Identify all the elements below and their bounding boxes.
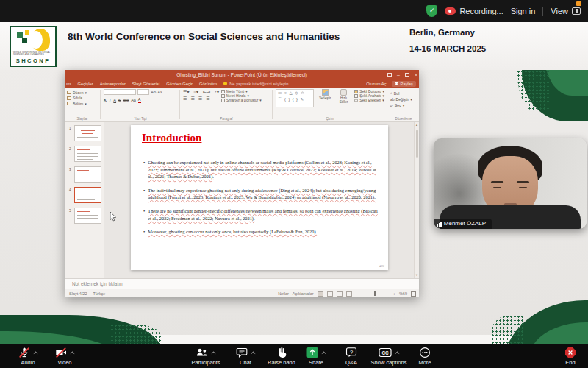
find-button[interactable]: ⌕Bul	[390, 91, 417, 96]
reading-view-icon[interactable]	[337, 291, 343, 297]
audio-button[interactable]: Audio	[9, 346, 47, 366]
zoom-slider[interactable]	[362, 294, 390, 294]
thumbnail-content	[77, 197, 98, 197]
bold-button[interactable]: K	[104, 98, 107, 102]
shrink-font-icon[interactable]: A˅	[158, 90, 162, 94]
raise-hand-label: Raise hand	[268, 359, 295, 366]
align-text-label: Metni Hizala	[226, 94, 245, 98]
line-spacing-button[interactable]: ↕▾	[215, 89, 219, 94]
thumbnail-slide-2[interactable]: 2	[74, 146, 101, 162]
shape-fill-button[interactable]: Şekil Dolgusu ▾	[354, 90, 384, 93]
scroll-up-icon[interactable]: ▲	[415, 122, 419, 128]
slide-canvas[interactable]: Introduction •Ghosting can be experience…	[131, 125, 388, 270]
slide-sorter-icon[interactable]	[327, 291, 333, 297]
share-caret[interactable]	[321, 351, 326, 355]
underline-button[interactable]: A	[113, 98, 116, 102]
paragraph-group: ☰▾ ≡▾ ⇤⇥ ↕▾ ☰ ☰ ☰ ☰ Metin Yönü ▾ Metni H…	[183, 89, 270, 116]
zoom-slider-thumb[interactable]	[374, 291, 376, 296]
end-button[interactable]: End	[555, 346, 586, 366]
recording-cloud-icon	[445, 7, 456, 15]
bullets-button[interactable]: ☰▾	[183, 89, 189, 94]
thumbnail-slide-4-selected[interactable]: 4	[74, 187, 101, 203]
shapes-row-1: ▭ ○ △ ◇ ☆	[278, 90, 312, 96]
comments-toggle[interactable]: Açıklamalar	[293, 291, 314, 296]
fit-to-window-icon[interactable]	[411, 291, 416, 297]
zoom-in-icon[interactable]: +	[393, 291, 395, 296]
sign-in-button[interactable]: Sign in	[511, 7, 536, 15]
arrange-button[interactable]: Yerleştir	[317, 89, 332, 107]
indent-buttons[interactable]: ⇤⇥	[203, 89, 210, 94]
notes-toggle[interactable]: Notlar	[278, 291, 289, 296]
italic-button[interactable]: T	[109, 98, 111, 102]
tell-me-box[interactable]: Ne yapmak istediğinizi söyleyin...	[223, 82, 292, 86]
more-button[interactable]: More	[406, 346, 444, 366]
zoom-level[interactable]: %69	[399, 291, 407, 296]
align-center-button[interactable]: ☰	[190, 96, 194, 101]
minimize-icon[interactable]: –	[397, 70, 400, 79]
share-button[interactable]: Share	[297, 346, 335, 366]
justify-button[interactable]: ☰	[206, 96, 209, 101]
shape-effects-button[interactable]: Şekil Efektleri ▾	[354, 99, 384, 102]
ppt-title-bar[interactable]: Ghosting_Bildiri Sunum - PowerPoint (Ürü…	[65, 70, 419, 79]
replace-button[interactable]: abDeğiştir ▾	[390, 97, 417, 102]
tab-slayt-gosterisi[interactable]: Slayt Gösterisi	[132, 82, 159, 86]
font-color-button[interactable]: A	[138, 97, 141, 103]
thumbnail-slide-3[interactable]: 3	[74, 166, 101, 183]
layout-button[interactable]: Düzen ▾	[67, 91, 98, 95]
close-icon[interactable]: ×	[415, 70, 417, 79]
vertical-scrollbar[interactable]: ▲ ▼	[414, 122, 419, 278]
align-left-button[interactable]: ☰	[183, 96, 187, 101]
tab-animasyonlar[interactable]: Animasyonlar	[100, 82, 126, 86]
ppt-share-button[interactable]: Paylaş	[392, 81, 416, 87]
video-options-caret[interactable]	[70, 351, 75, 355]
restore-icon[interactable]	[405, 73, 409, 77]
participants-caret[interactable]	[211, 351, 216, 355]
security-shield-icon[interactable]: ✓	[426, 5, 437, 17]
shapes-gallery[interactable]: ▭ ○ △ ◇ ☆ ⌒ ( ) { } ✎	[276, 89, 314, 107]
font-name-combo[interactable]	[104, 89, 136, 95]
strikethrough-button[interactable]: S	[118, 98, 121, 102]
captions-caret[interactable]	[395, 351, 400, 355]
ppt-ribbon: Düzen ▾ Sıfırla Bölüm ▾ Slaytlar A˄ A˅	[65, 88, 419, 122]
shape-outline-button[interactable]: Şekil Anahattı ▾	[354, 94, 384, 98]
tab-gecisler[interactable]: Geçişler	[77, 82, 93, 86]
align-text-button[interactable]: Metni Hizala ▾	[221, 94, 262, 98]
ribbon-options-icon[interactable]	[387, 73, 392, 77]
audio-options-caret[interactable]	[33, 351, 38, 355]
clear-format-button[interactable]: abc	[123, 99, 129, 102]
select-button[interactable]: ▻Seç ▾	[390, 103, 417, 107]
text-direction-button[interactable]: Metin Yönü ▾	[221, 90, 262, 93]
thumbnail-slide-5[interactable]: 5	[74, 208, 101, 224]
numbering-button[interactable]: ≡▾	[193, 89, 198, 94]
scroll-down-icon[interactable]: ▼	[415, 272, 419, 278]
thumbnail-slide-1[interactable]: 1	[74, 125, 101, 141]
ppt-window-controls: – ×	[387, 70, 417, 79]
zoom-out-icon[interactable]: −	[356, 291, 358, 296]
tab-gozden-gecir[interactable]: Gözden Geçir	[166, 82, 193, 86]
quick-styles-button[interactable]: Hızlı Stiller	[336, 89, 351, 107]
ppt-sign-in[interactable]: Oturum Aç	[366, 82, 386, 86]
grow-font-icon[interactable]: A˄	[151, 90, 157, 94]
reset-button[interactable]: Sıfırla	[67, 96, 98, 100]
chat-caret[interactable]	[251, 351, 256, 355]
group-divider	[100, 90, 101, 119]
slideshow-icon[interactable]	[346, 291, 352, 297]
language-indicator[interactable]: Türkçe	[93, 291, 105, 296]
participants-button[interactable]: Participants	[182, 346, 229, 366]
smartart-button[interactable]: SmartArt'a Dönüştür ▾	[221, 99, 262, 102]
scrollbar-thumb[interactable]	[416, 130, 419, 158]
font-size-combo[interactable]	[137, 89, 149, 95]
normal-view-icon[interactable]	[318, 291, 323, 297]
tab-gorunum[interactable]: Görünüm	[199, 82, 217, 86]
view-layout-icon	[572, 7, 581, 15]
slide-thumbnail-panel[interactable]: 1 2 3	[65, 122, 104, 278]
change-case-button[interactable]: Aa	[131, 98, 136, 102]
view-button[interactable]: View	[551, 7, 581, 15]
align-right-button[interactable]: ☰	[198, 96, 202, 101]
webcam-tile[interactable]: Mehmet ÖZALP	[434, 138, 587, 229]
tab-partial[interactable]: ım	[66, 82, 71, 86]
video-button[interactable]: Video	[46, 346, 84, 366]
notes-pane[interactable]: Not eklemek için tıklatın	[65, 278, 419, 289]
section-button[interactable]: Bölüm ▾	[67, 102, 98, 106]
recording-indicator[interactable]: Recording...	[445, 7, 503, 15]
